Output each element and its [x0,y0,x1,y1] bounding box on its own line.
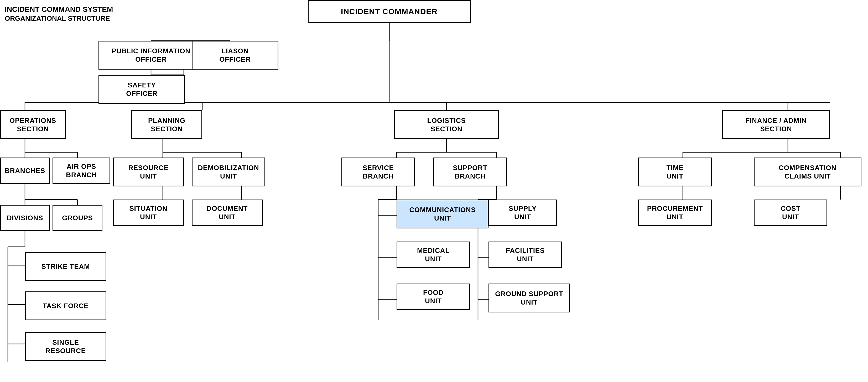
operations-section-box: OPERATIONS SECTION [0,110,66,139]
air-ops-branch-box: AIR OPS BRANCH [53,158,110,184]
page-title: INCIDENT COMMAND SYSTEM ORGANIZATIONAL S… [5,5,113,23]
facilities-unit-box: FACILITIES UNIT [489,242,562,268]
logistics-section-box: LOGISTICS SECTION [394,110,499,139]
resource-unit-box: RESOURCE UNIT [113,158,184,186]
groups-box: GROUPS [53,205,102,231]
branches-box: BRANCHES [0,158,50,184]
cost-unit-box: COST UNIT [754,199,827,226]
service-branch-box: SERVICE BRANCH [341,158,415,186]
finance-section-box: FINANCE / ADMIN SECTION [722,110,830,139]
strike-team-box: STRIKE TEAM [25,252,106,281]
procurement-unit-box: PROCUREMENT UNIT [638,199,712,226]
public-information-officer-box: PUBLIC INFORMATION OFFICER [98,41,204,70]
demobilization-unit-box: DEMOBILIZATION UNIT [192,158,265,186]
medical-unit-box: MEDICAL UNIT [397,242,470,268]
safety-officer-box: SAFETY OFFICER [98,75,185,104]
task-force-box: TASK FORCE [25,291,106,320]
divisions-box: DIVISIONS [0,205,50,231]
ground-support-unit-box: GROUND SUPPORT UNIT [489,284,570,312]
incident-commander-box: INCIDENT COMMANDER [308,0,471,23]
situation-unit-box: SITUATION UNIT [113,199,184,226]
document-unit-box: DOCUMENT UNIT [192,199,262,226]
supply-unit-box: SUPPLY UNIT [489,199,557,226]
single-resource-box: SINGLE RESOURCE [25,332,106,361]
support-branch-box: SUPPORT BRANCH [433,158,507,186]
liaison-officer-box: LIASON OFFICER [192,41,278,70]
planning-section-box: PLANNING SECTION [131,110,202,139]
compensation-claims-unit-box: COMPENSATION CLAIMS UNIT [754,158,862,186]
time-unit-box: TIME UNIT [638,158,712,186]
food-unit-box: FOOD UNIT [397,284,470,310]
communications-unit-box: COMMUNICATIONS UNIT [397,199,489,228]
